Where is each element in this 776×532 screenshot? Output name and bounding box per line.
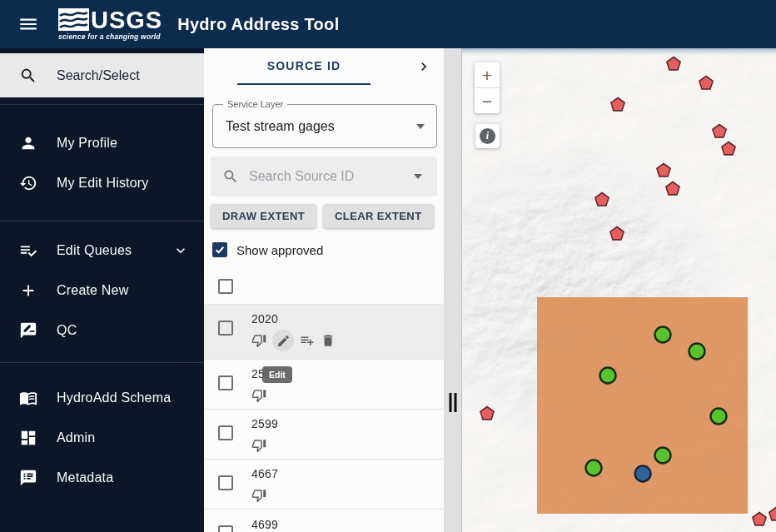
source-id-value: 2020 [251,312,336,326]
source-id-search[interactable] [211,157,437,196]
sidebar-divider [0,362,204,363]
usgs-logo-text: USGS [91,9,162,31]
sidebar-item-label: HydroAdd Schema [57,390,171,405]
sidebar-item-label: Edit Queues [57,243,132,258]
sidebar-divider [0,221,204,221]
delete-icon[interactable] [321,333,336,348]
edit-tooltip: Edit [262,366,292,383]
sidebar-item-label: My Profile [57,136,117,151]
source-id-list: 2020 2597 [204,268,444,532]
sidebar-nav: Search/Select My Profile My Edit History… [0,48,204,532]
select-all-row [204,268,444,305]
usgs-wave-icon [58,8,89,31]
sidebar-item-my-profile[interactable]: My Profile [0,123,204,163]
usgs-tagline: science for a changing world [58,32,162,41]
green-circle-marker[interactable] [655,327,671,343]
rate-review-icon [19,321,37,340]
book-icon [19,389,37,407]
green-circle-marker[interactable] [600,368,616,384]
map-canvas[interactable] [462,48,776,532]
search-icon [19,67,37,85]
sidebar-item-label: Admin [57,430,95,445]
checkbox-checked-icon[interactable] [212,242,227,257]
zoom-out-button[interactable]: − [475,88,500,113]
panel-resize-splitter[interactable] [444,48,461,532]
row-checkbox[interactable] [218,475,233,490]
green-circle-marker[interactable] [655,448,671,464]
history-icon [19,174,37,192]
thumb-down-icon[interactable] [251,438,266,453]
row-checkbox[interactable] [218,425,233,440]
service-layer-select[interactable]: Service Layer Test stream gages [212,104,437,148]
thumb-down-icon[interactable] [251,488,266,503]
sidebar-item-hydroadd-schema[interactable]: HydroAdd Schema [0,378,204,418]
search-icon [222,168,239,185]
collapse-panel-button[interactable] [415,58,434,77]
sidebar-item-search-select[interactable]: Search/Select [0,53,204,97]
plus-icon [19,281,37,300]
row-checkbox[interactable] [218,375,233,390]
service-layer-value: Test stream gages [226,119,335,134]
chevron-down-icon[interactable] [172,242,189,259]
tab-source-id[interactable]: SOURCE ID [237,48,371,85]
sidebar-item-create-new[interactable]: Create New [0,271,204,311]
sidebar-item-edit-queues[interactable]: Edit Queues [0,231,204,271]
map-zoom-control: + − [475,62,500,113]
dropdown-caret-icon [416,124,425,129]
zoom-in-button[interactable]: + [475,62,500,87]
tab-label: SOURCE ID [267,59,341,72]
sidebar-item-metadata[interactable]: Metadata [0,458,204,498]
source-id-value: 4667 [251,467,278,480]
list-item[interactable]: 2599 [204,410,444,460]
notes-icon [19,469,37,487]
sidebar-divider [0,104,204,105]
search-source-id-input[interactable] [249,169,414,184]
sidebar-item-label: Create New [57,283,128,298]
list-item[interactable]: 4667 [204,460,444,510]
app-window: USGS science for a changing world Hydro … [0,0,776,532]
map-view[interactable]: + − i [461,48,776,532]
thumb-down-icon[interactable] [251,333,266,348]
green-circle-marker[interactable] [711,409,727,425]
list-item[interactable]: 2020 [204,305,444,360]
blue-circle-marker[interactable] [635,466,651,482]
playlist-check-icon [19,241,37,260]
draw-extent-button[interactable]: DRAW EXTENT [211,204,316,228]
green-circle-marker[interactable] [689,344,705,360]
show-approved-checkbox-row[interactable]: Show approved [212,242,444,257]
info-icon: i [480,128,495,144]
pencil-icon [276,334,291,348]
sidebar-item-admin[interactable]: Admin [0,418,204,458]
sidebar-item-label: Search/Select [57,68,140,83]
edit-button[interactable] [272,330,294,351]
app-header: USGS science for a changing world Hydro … [0,0,776,48]
select-all-checkbox[interactable] [218,279,233,294]
hamburger-menu-icon[interactable] [10,6,47,42]
sidebar-item-my-edit-history[interactable]: My Edit History [0,163,204,203]
playlist-add-icon[interactable] [300,333,315,348]
person-icon [19,134,37,152]
sidebar-item-label: Metadata [57,470,113,485]
splitter-drag-handle-icon[interactable] [449,393,456,412]
page-title: Hydro Address Tool [177,15,339,34]
row-checkbox[interactable] [218,321,233,336]
dropdown-caret-icon [414,174,422,179]
source-id-panel: SOURCE ID Service Layer Test stream gage… [204,48,444,532]
chevron-right-icon [415,58,432,75]
usgs-logo: USGS science for a changing world [58,8,162,41]
list-item[interactable]: 2597 Edit [204,360,444,410]
show-approved-label: Show approved [236,243,323,257]
clear-extent-button[interactable]: CLEAR EXTENT [323,204,433,228]
map-info-button[interactable]: i [475,124,500,148]
green-circle-marker[interactable] [586,460,602,476]
list-item[interactable]: 4699 [204,510,444,532]
thumb-down-icon[interactable] [251,388,266,403]
service-layer-label: Service Layer [223,99,287,109]
sidebar-item-label: QC [57,323,77,338]
sidebar-item-label: My Edit History [57,176,149,191]
source-id-value: 4699 [251,518,278,531]
source-id-value: 2599 [251,417,278,430]
row-checkbox[interactable] [218,525,233,532]
sidebar-item-qc[interactable]: QC [0,311,204,351]
dashboard-icon [19,429,37,447]
